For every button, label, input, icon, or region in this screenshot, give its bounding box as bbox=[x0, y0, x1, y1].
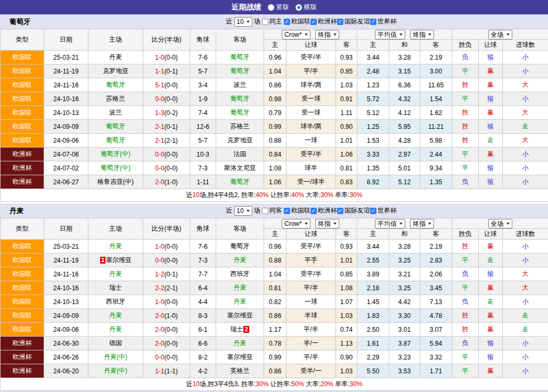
result-outcome: 负 bbox=[452, 51, 479, 64]
team-label: 丹麦 bbox=[234, 256, 247, 264]
team-label: 葡萄牙 bbox=[106, 136, 125, 144]
filters: 近 10 场 同主 欧国联欧洲杯国际友谊世界杯 bbox=[226, 17, 396, 27]
summary-text: 30% bbox=[256, 380, 268, 388]
scope-select[interactable]: 全场 bbox=[488, 219, 512, 228]
summary-text: 场,胜3平4负3, 胜率: bbox=[200, 380, 256, 388]
match-score: 1-0(0-0) bbox=[143, 240, 190, 254]
goals-outcome: 小 bbox=[503, 64, 548, 78]
same-venue-checkbox[interactable]: 同主 bbox=[262, 17, 282, 26]
handicap-time-value: 终指 bbox=[318, 31, 331, 38]
corner-count: 8-2 bbox=[190, 350, 216, 364]
avg-away-odds: 1.35 bbox=[420, 175, 452, 189]
competition-label: 欧洲杯 bbox=[318, 206, 337, 215]
avg-home-odds: 1.25 bbox=[357, 120, 389, 134]
euro-time-select[interactable]: 终指 bbox=[410, 219, 434, 228]
handicap-time-select[interactable]: 终指 bbox=[315, 219, 339, 228]
recent-count-select[interactable]: 10 bbox=[234, 17, 252, 27]
corner-count: 7-3 bbox=[190, 254, 216, 267]
euro-time-select[interactable]: 终指 bbox=[410, 30, 434, 39]
match-score: 2-0(1-0) bbox=[143, 309, 190, 323]
goals-outcome: 小 bbox=[503, 364, 548, 378]
handicap-line: 受半/一 bbox=[287, 364, 336, 378]
avg-home-odds: 1.45 bbox=[357, 295, 389, 309]
competition-checkbox[interactable]: 欧洲杯 bbox=[310, 206, 337, 215]
chevron-down-icon bbox=[399, 34, 403, 36]
handicap-source-select[interactable]: Crow* bbox=[282, 30, 310, 39]
avg-away-odds: 2.19 bbox=[420, 240, 452, 254]
handicap-source-select[interactable]: Crow* bbox=[282, 219, 310, 228]
match-rows: 欧国联25-03-21丹麦1-0(0-0)7-6葡萄牙0.96受平/半0.933… bbox=[1, 51, 548, 189]
team-label: 克罗地亚 bbox=[227, 136, 253, 144]
avg-draw-odds: 3.25 bbox=[389, 281, 420, 295]
col-type: 类型 bbox=[1, 218, 44, 240]
goals-outcome: 小 bbox=[503, 350, 548, 364]
euro-source-value: 平均值 bbox=[378, 31, 397, 38]
fulltime-score: 2-0 bbox=[155, 312, 164, 320]
layout-radio-horizontal[interactable]: 横版 bbox=[296, 3, 317, 12]
competition-checkbox[interactable]: 世界杯 bbox=[370, 206, 397, 215]
checkbox-unchecked-icon bbox=[262, 19, 268, 25]
competition-checkbox[interactable]: 国际友谊 bbox=[337, 17, 370, 26]
halftime-score: (0-0) bbox=[165, 243, 178, 250]
fulltime-score: 5-1 bbox=[155, 81, 164, 89]
competition-checkbox[interactable]: 欧国联 bbox=[284, 206, 310, 215]
match-type: 欧洲杯 bbox=[1, 148, 44, 161]
match-score: 2-0(0-0) bbox=[143, 337, 190, 350]
handicap-home-odds: 0.99 bbox=[264, 350, 287, 364]
avg-away-odds: 1.62 bbox=[420, 106, 452, 120]
col-avg-home: 主 bbox=[357, 229, 389, 240]
corner-count: 5-7 bbox=[190, 64, 216, 78]
euro-time-value: 终指 bbox=[413, 220, 426, 227]
match-score: 0-0(0-0) bbox=[143, 148, 190, 161]
team-label: 丹麦(中) bbox=[104, 367, 127, 374]
scope-select[interactable]: 全场 bbox=[488, 30, 512, 39]
fulltime-score: 0-0 bbox=[155, 151, 164, 158]
competition-checkbox[interactable]: 国际友谊 bbox=[337, 206, 370, 215]
competition-label: 欧国联 bbox=[291, 206, 310, 215]
avg-away-odds: 7.13 bbox=[420, 295, 452, 309]
handicap-away-odds: 1.03 bbox=[336, 309, 357, 323]
filter-near-label: 近 bbox=[226, 206, 232, 215]
team-label: 丹麦 bbox=[234, 298, 247, 305]
avg-away-odds: 11.65 bbox=[420, 78, 452, 92]
handicap-line: 半球 bbox=[287, 309, 336, 323]
result-outcome: 胜 bbox=[452, 134, 479, 148]
match-type: 欧国联 bbox=[1, 309, 44, 323]
halftime-score: (0-1) bbox=[165, 68, 178, 75]
recent-count-value: 10 bbox=[236, 18, 243, 26]
handicap-away-odds: 0.93 bbox=[336, 240, 357, 254]
layout-radio-vertical[interactable]: 竖版 bbox=[268, 3, 289, 12]
match-type: 欧国联 bbox=[1, 51, 44, 64]
avg-home-odds: 8.92 bbox=[357, 175, 389, 189]
handicap-outcome: 赢 bbox=[479, 364, 503, 378]
competition-checkbox[interactable]: 世界杯 bbox=[370, 17, 397, 26]
away-team: 塞尔维亚 bbox=[216, 350, 264, 364]
handicap-line: 受平/半 bbox=[287, 51, 336, 64]
chevron-down-icon bbox=[428, 223, 431, 225]
away-team: 丹麦 bbox=[216, 337, 264, 350]
match-type: 欧国联 bbox=[1, 254, 44, 267]
avg-home-odds: 2.18 bbox=[357, 281, 389, 295]
recent-count-select[interactable]: 10 bbox=[234, 206, 252, 216]
handicap-home-odds: 0.81 bbox=[264, 281, 287, 295]
match-type: 欧国联 bbox=[1, 92, 44, 106]
euro-source-select[interactable]: 平均值 bbox=[375, 30, 405, 39]
home-team: 葡萄牙(中) bbox=[88, 161, 143, 175]
match-date: 24-11-16 bbox=[44, 267, 88, 281]
avg-home-odds: 3.33 bbox=[357, 148, 389, 161]
red-number-badge: 1 bbox=[100, 257, 105, 264]
competition-checkbox[interactable]: 欧国联 bbox=[284, 17, 310, 26]
avg-away-odds: 5.94 bbox=[420, 337, 452, 350]
filter-near-label: 近 bbox=[226, 17, 232, 26]
match-score: 0-0(0-0) bbox=[143, 350, 190, 364]
same-venue-checkbox[interactable]: 同客 bbox=[262, 206, 282, 215]
corner-count: 12-6 bbox=[190, 120, 216, 134]
halftime-score: (1-1) bbox=[165, 368, 178, 375]
handicap-outcome: 赢 bbox=[479, 240, 503, 254]
summary-row: 近10场,胜4平4负2, 胜率:40% 让胜率:40% 大率:30% 单率:30… bbox=[1, 189, 548, 202]
handicap-time-select[interactable]: 终指 bbox=[315, 30, 339, 39]
handicap-home-odds: 1.06 bbox=[264, 175, 287, 189]
euro-source-select[interactable]: 平均值 bbox=[375, 219, 405, 228]
competition-checkbox[interactable]: 欧洲杯 bbox=[310, 17, 337, 26]
goals-outcome: 大 bbox=[503, 106, 548, 120]
